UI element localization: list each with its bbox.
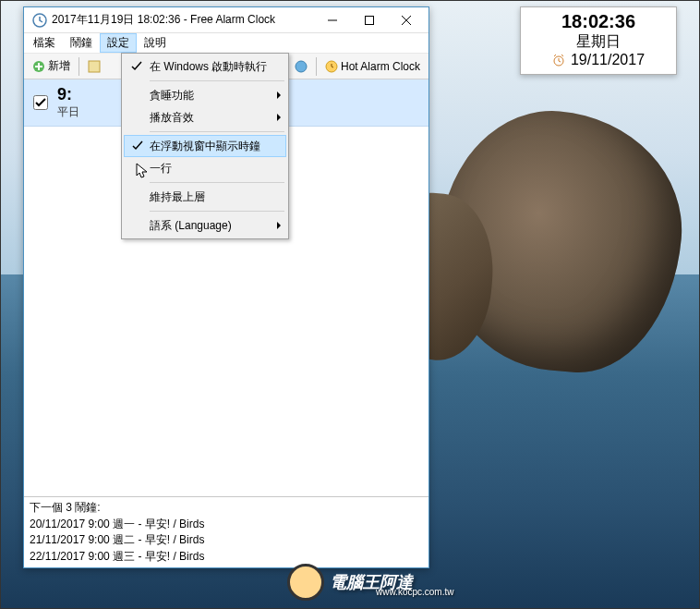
svg-rect-3: [89, 61, 100, 72]
status-line: 22/11/2017 9:00 週三 - 早安! / Birds: [30, 549, 423, 565]
submenu-arrow-icon: [277, 222, 281, 229]
status-area: 下一個 3 鬧鐘: 20/11/2017 9:00 週一 - 早安! / Bir…: [24, 496, 428, 567]
tool-btn-3[interactable]: [290, 58, 312, 75]
titlebar[interactable]: 2017年11月19日 18:02:36 - Free Alarm Clock: [24, 7, 428, 33]
status-line: 20/11/2017 9:00 週一 - 早安! / Birds: [30, 517, 423, 532]
add-button[interactable]: 新增: [28, 56, 75, 76]
toolbar-separator: [78, 57, 79, 76]
settings-dropdown: 在 Windows 啟動時執行 貪睡功能 播放音效 在浮動視窗中顯示時鐘 一行 …: [121, 53, 289, 239]
watermark-url: www.kocpc.com.tw: [376, 587, 453, 597]
check-icon: [131, 140, 144, 152]
menu-language[interactable]: 語系 (Language): [124, 214, 286, 237]
toolbar-separator: [316, 57, 317, 76]
menu-separator: [150, 131, 284, 132]
alarm-sub: 平日: [57, 104, 79, 120]
float-time: 18:02:36: [528, 11, 669, 32]
globe-icon: [295, 60, 308, 73]
submenu-arrow-icon: [277, 114, 281, 121]
check-icon: [130, 60, 143, 73]
hot-alarm-button[interactable]: Hot Alarm Clock: [320, 58, 425, 75]
menu-one-line[interactable]: 一行: [124, 157, 286, 179]
floating-clock[interactable]: 18:02:36 星期日 19/11/2017: [520, 6, 677, 75]
alarm-time: 9:: [57, 85, 79, 104]
close-button[interactable]: [388, 8, 425, 32]
watermark: 電腦王阿達 www.kocpc.com.tw: [287, 564, 413, 601]
alarm-icon: [552, 54, 565, 67]
status-line: 21/11/2017 9:00 週二 - 早安! / Birds: [30, 532, 423, 548]
menu-play-sound[interactable]: 播放音效: [124, 106, 286, 128]
submenu-arrow-icon: [277, 91, 281, 99]
menu-help[interactable]: 說明: [137, 33, 174, 53]
window-title: 2017年11月19日 18:02:36 - Free Alarm Clock: [52, 12, 314, 28]
tool-btn-2[interactable]: [83, 58, 105, 75]
hot-alarm-label: Hot Alarm Clock: [341, 60, 420, 73]
plus-icon: [32, 60, 45, 73]
svg-point-4: [296, 61, 307, 72]
float-day: 星期日: [528, 32, 669, 52]
menu-alarm[interactable]: 鬧鐘: [63, 33, 100, 53]
watermark-avatar-icon: [287, 564, 324, 601]
edit-icon: [88, 60, 101, 73]
menu-show-floating-clock[interactable]: 在浮動視窗中顯示時鐘: [124, 135, 286, 157]
status-header: 下一個 3 鬧鐘:: [30, 500, 423, 516]
float-date: 19/11/2017: [571, 52, 645, 68]
menu-separator: [150, 80, 284, 81]
menu-separator: [150, 182, 284, 183]
menu-separator: [150, 211, 284, 212]
menu-always-on-top[interactable]: 維持最上層: [124, 186, 286, 208]
menu-snooze[interactable]: 貪睡功能: [124, 84, 286, 106]
menubar: 檔案 鬧鐘 設定 說明: [24, 33, 428, 54]
checkbox-checked-icon[interactable]: [33, 95, 48, 110]
clock-icon: [325, 60, 338, 73]
menu-settings[interactable]: 設定: [100, 33, 137, 53]
maximize-button[interactable]: [351, 8, 388, 32]
app-icon: [32, 13, 47, 28]
add-label: 新增: [48, 58, 70, 74]
minimize-button[interactable]: [314, 8, 351, 32]
svg-rect-1: [366, 16, 374, 24]
menu-run-at-startup[interactable]: 在 Windows 啟動時執行: [124, 55, 286, 78]
menu-file[interactable]: 檔案: [26, 33, 63, 53]
